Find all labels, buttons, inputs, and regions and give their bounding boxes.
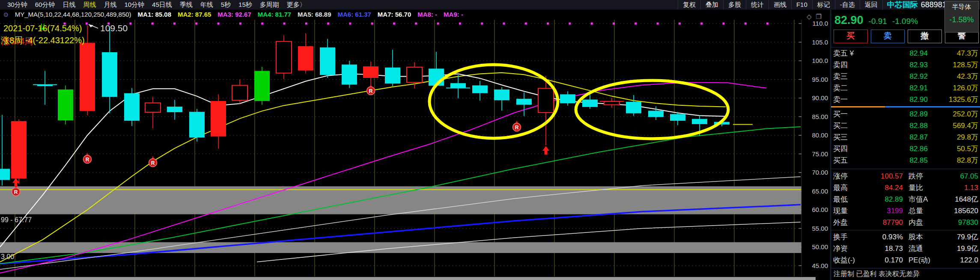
stat-label: 现量: [833, 206, 861, 216]
candle: [298, 33, 313, 74]
level-label: 买二: [833, 121, 860, 131]
stock-name: 中芯国际: [887, 0, 918, 10]
ask-row[interactable]: 卖五 ¥82.9447.3万: [831, 48, 980, 59]
bid-row[interactable]: 买三82.8729.8万: [831, 131, 980, 143]
period-tab[interactable]: 日线: [59, 1, 79, 9]
price-axis-label: 85.00: [812, 113, 828, 120]
price-axis-label: 105.0: [812, 39, 828, 46]
period-tab[interactable]: 15秒: [235, 1, 256, 9]
ask-row[interactable]: 卖四82.93128.5万: [831, 59, 980, 71]
menu-item[interactable]: 返回: [860, 0, 882, 9]
menu-item[interactable]: 复权: [678, 0, 700, 9]
period-tab[interactable]: 更多〉: [283, 1, 310, 9]
candle: [0, 115, 10, 185]
stat-row: 换手0.93%股本79.9亿: [831, 231, 980, 243]
diamond-icon[interactable]: ◇: [807, 13, 812, 21]
level-price: 82.85: [860, 156, 928, 165]
level-price: 82.91: [860, 84, 928, 92]
stat-value: 122.0: [937, 256, 978, 265]
period-tab[interactable]: 周线: [79, 1, 100, 9]
candle: [276, 36, 292, 79]
period-tab[interactable]: 10分钟: [120, 1, 148, 9]
chart-bottom-strip[interactable]: [0, 277, 816, 280]
candle: [254, 67, 270, 105]
stat-value: 3199: [861, 207, 903, 215]
candlestick-chart[interactable]: RRRRR⇊109.50110.0105.0100.095.0090.0085.…: [0, 0, 831, 280]
level-price: 82.88: [860, 122, 928, 130]
stat-row: 收益(-)0.170PE(动)122.0: [831, 254, 980, 266]
period-tab[interactable]: 年线: [197, 1, 217, 9]
gray-bands: [0, 186, 801, 253]
top-toolbar: 30分钟60分钟日线周线月线10分钟45日线季线年线5秒15秒多周期更多〉 复权…: [0, 0, 980, 10]
stat-value: 1.13: [937, 184, 978, 192]
stock-code: 688981: [921, 0, 947, 9]
price-axis-label: 55.00: [812, 225, 828, 232]
candle: [80, 25, 95, 115]
menu-item[interactable]: -自选: [835, 0, 860, 9]
buy-ratio-segment: [831, 106, 885, 107]
stat-label: 外盘: [833, 217, 861, 227]
stat-value: 18.73: [861, 244, 903, 253]
period-tab[interactable]: 60分钟: [31, 1, 59, 9]
bid-row[interactable]: 买四82.8650.5万: [831, 143, 980, 155]
sector-name: 半导体: [945, 1, 978, 12]
period-tab[interactable]: 多周期: [256, 1, 283, 9]
level-price: 82.87: [860, 133, 928, 142]
candle: [385, 50, 400, 86]
menu-item[interactable]: F10: [791, 0, 812, 9]
stat-value: 1648亿: [937, 194, 978, 204]
trade-button[interactable]: 买: [834, 30, 868, 43]
stat-value: 0.170: [861, 256, 903, 265]
ask-row[interactable]: 卖三82.9242.3万: [831, 71, 980, 82]
stat-row: 涨停100.57跌停67.05: [831, 170, 980, 182]
ask-row[interactable]: 卖一82.901325.6万: [831, 94, 980, 105]
bid-rows: 买一82.89252.0万买二82.88569.4万买三82.8729.8万买四…: [831, 108, 980, 166]
level-label: 卖四: [833, 60, 860, 70]
price-change: -0.91: [869, 17, 887, 26]
ask-row[interactable]: 卖二82.91126.0万: [831, 82, 980, 94]
price-axis-label: 45.00: [812, 262, 828, 269]
svg-text:R: R: [369, 88, 373, 94]
period-tab[interactable]: 45日线: [148, 1, 176, 9]
menu-item[interactable]: 多股: [723, 0, 746, 9]
stat-value: 84.24: [861, 184, 903, 192]
bid-row[interactable]: 买二82.88569.4万: [831, 120, 980, 131]
menu-item[interactable]: 叠加: [700, 0, 723, 9]
trade-button[interactable]: 撤: [908, 30, 942, 43]
bid-row[interactable]: 买五82.8582.8万: [831, 155, 980, 166]
menu-item[interactable]: 统计: [746, 0, 769, 9]
trade-button[interactable]: 卖: [871, 30, 905, 43]
candle: [472, 81, 488, 101]
menu-item[interactable]: 画线: [769, 0, 791, 9]
svg-text:R: R: [86, 157, 89, 163]
period-tab[interactable]: 月线: [100, 1, 120, 9]
menu-item[interactable]: 标记: [812, 0, 835, 9]
window-icon[interactable]: ❐: [816, 13, 822, 21]
stat-label: 内盘: [909, 217, 937, 227]
high-annotation: 109.50: [89, 23, 128, 33]
stat-value: 87790: [861, 218, 903, 227]
candle: [516, 92, 532, 116]
level-price: 82.86: [860, 145, 928, 153]
level-volume: 569.4万: [928, 121, 978, 131]
level-label: 买五: [833, 155, 860, 165]
price-axis-label: 60.00: [812, 206, 828, 213]
level-volume: 128.5万: [928, 60, 978, 70]
candle: [494, 87, 509, 111]
price-axis-label: 65.00: [812, 188, 828, 195]
candle: [600, 98, 624, 107]
stat-row: 最低82.89市值A1648亿: [831, 194, 980, 205]
level-price: 82.94: [860, 49, 928, 58]
svg-text:R: R: [515, 125, 519, 131]
sector-box[interactable]: 半导体 -1.58%: [944, 1, 979, 33]
stat-label: 换手: [833, 232, 861, 242]
stat-value: 67.05: [937, 172, 978, 181]
cutoff-level-label: 3.00: [1, 253, 14, 260]
bid-row[interactable]: 买一82.89252.0万: [831, 108, 980, 120]
level-volume: 42.3万: [928, 71, 978, 81]
candle: [189, 109, 205, 142]
annotation-ellipses[interactable]: [429, 65, 728, 139]
period-tab[interactable]: 5秒: [217, 1, 235, 9]
period-tab[interactable]: 30分钟: [3, 1, 31, 9]
period-tab[interactable]: 季线: [176, 1, 197, 9]
